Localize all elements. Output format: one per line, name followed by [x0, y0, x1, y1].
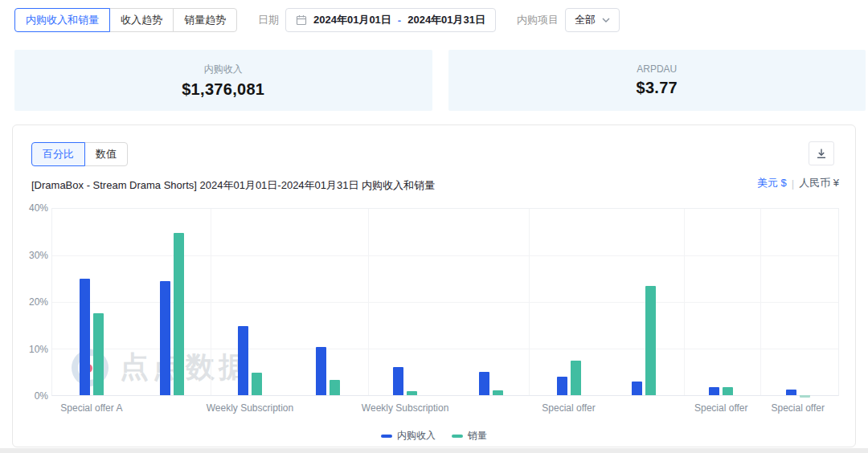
bar-sales: [645, 286, 656, 395]
grid-line-vertical: [529, 209, 530, 395]
date-separator: -: [398, 14, 401, 27]
watermark-text: 点点数据: [120, 348, 252, 387]
x-axis-label: Special offer: [542, 402, 596, 414]
bar-group: [393, 209, 417, 395]
stat-label: ARPDAU: [637, 63, 677, 75]
bar-revenue: [160, 281, 170, 395]
bar-revenue: [557, 377, 567, 395]
bar-group: [316, 209, 340, 395]
bar-revenue: [709, 387, 719, 395]
tab-sales-trend[interactable]: 销量趋势: [173, 8, 237, 32]
bar-sales: [93, 313, 104, 395]
y-axis-tick: 20%: [29, 296, 48, 308]
stat-value: $1,376,081: [182, 80, 264, 99]
y-axis: 40%30%20%10%0%: [18, 208, 48, 396]
currency-usd-button[interactable]: 美元 $: [757, 176, 787, 190]
currency-cny-button[interactable]: 人民币 ¥: [799, 176, 839, 190]
x-axis-label: Weekly Subscription: [207, 402, 294, 414]
x-axis-label: Special offer: [771, 402, 825, 414]
toolbar: 内购收入和销量 收入趋势 销量趋势 日期 2024年01月01日 - 2024年…: [14, 8, 854, 32]
date-end: 2024年01月31日: [407, 13, 485, 27]
bar-revenue: [80, 279, 90, 395]
bar-revenue: [632, 382, 642, 395]
mode-numeric-button[interactable]: 数值: [84, 142, 128, 166]
bar-sales: [252, 373, 262, 395]
stat-cards: 内购收入 $1,376,081 ARPDAU $3.77: [14, 50, 866, 111]
bar-revenue: [479, 372, 489, 395]
bar-group: [632, 209, 656, 395]
bar-revenue: [316, 347, 326, 395]
bar-sales: [571, 361, 581, 396]
bar-sales: [330, 380, 340, 395]
bar-revenue: [238, 326, 248, 395]
legend-label: 内购收入: [397, 429, 436, 443]
legend-item-revenue[interactable]: 内购收入: [381, 429, 436, 443]
calendar-icon: [296, 14, 307, 26]
legend-label: 销量: [468, 429, 487, 443]
chevron-down-icon: [602, 18, 610, 22]
y-axis-tick: 10%: [29, 344, 48, 355]
download-icon: [816, 148, 827, 159]
bar-sales: [800, 395, 810, 398]
mode-percentage-button[interactable]: 百分比: [31, 142, 85, 166]
chart-title: [DramaBox - Stream Drama Shorts] 2024年01…: [31, 178, 435, 193]
currency-toggle: 美元 $ | 人民币 ¥: [757, 176, 839, 190]
iap-item-label: 内购项目: [517, 13, 559, 27]
grid-line-vertical: [760, 209, 761, 395]
tab-iap-revenue-sales[interactable]: 内购收入和销量: [14, 8, 110, 32]
y-axis-tick: 40%: [29, 202, 48, 214]
chart-legend: 内购收入 销量: [13, 429, 855, 443]
stat-card-iap-revenue: 内购收入 $1,376,081: [14, 50, 432, 111]
bar-group: [557, 209, 581, 395]
stat-value: $3.77: [636, 79, 678, 97]
legend-item-sales[interactable]: 销量: [452, 429, 487, 443]
stat-label: 内购收入: [204, 63, 243, 76]
y-axis-tick: 30%: [29, 250, 48, 261]
date-label: 日期: [258, 13, 279, 27]
bar-group: [238, 209, 262, 395]
bar-sales: [723, 387, 733, 395]
x-axis-label: Weekly Subscription: [362, 402, 449, 414]
tab-revenue-trend[interactable]: 收入趋势: [109, 8, 174, 32]
grid-line-vertical: [684, 209, 685, 395]
plot-area: 点点数据 Special offer AWeekly SubscriptionW…: [51, 208, 839, 396]
bar-group: [80, 209, 104, 395]
iap-item-value: 全部: [575, 13, 596, 27]
iap-item-select[interactable]: 全部: [565, 8, 620, 32]
stat-card-arpdau: ARPDAU $3.77: [448, 50, 866, 111]
report-tabs: 内购收入和销量 收入趋势 销量趋势: [14, 8, 237, 32]
value-mode-toggle: 百分比 数值: [31, 142, 128, 166]
download-button[interactable]: [809, 141, 834, 165]
bar-sales: [174, 233, 184, 395]
date-start: 2024年01月01日: [313, 13, 391, 27]
x-axis-label: Special offer: [694, 402, 748, 414]
grid-line-vertical: [368, 209, 369, 395]
x-axis-label: Special offer A: [60, 402, 122, 414]
date-range-picker[interactable]: 2024年01月01日 - 2024年01月31日: [285, 8, 496, 32]
legend-marker-revenue: [381, 435, 392, 438]
bar-sales: [493, 390, 503, 395]
legend-marker-sales: [452, 435, 463, 438]
chart-panel: 百分比 数值 [DramaBox - Stream Drama Shorts] …: [12, 124, 856, 447]
y-axis-tick: 0%: [35, 390, 48, 402]
page-bottom-edge: [0, 448, 868, 453]
bar-group: [160, 209, 184, 395]
bar-group: [479, 209, 503, 395]
bar-group: [786, 209, 810, 395]
bar-revenue: [786, 390, 796, 395]
currency-divider: |: [792, 178, 794, 190]
bar-group: [709, 209, 733, 395]
bar-sales: [407, 391, 417, 395]
bar-revenue: [393, 367, 403, 395]
grid-line-vertical: [211, 209, 211, 395]
